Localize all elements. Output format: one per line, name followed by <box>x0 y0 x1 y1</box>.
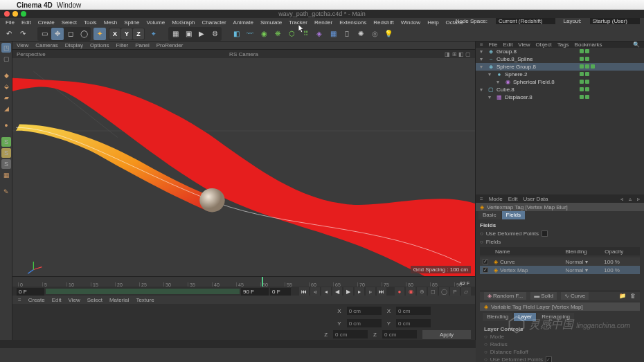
menu-help[interactable]: Help <box>427 19 438 26</box>
snap-3[interactable]: S <box>1 159 11 169</box>
field-list-row[interactable]: ✓ ◈Vertex Map Normal ▾ 100 % <box>480 266 640 274</box>
tree-item[interactable]: ▾▦Displacer.8 <box>476 93 644 101</box>
snap-2[interactable]: S <box>1 148 11 158</box>
am-mode[interactable]: Mode <box>489 196 503 202</box>
coord-x-size[interactable]: 0 cm <box>396 307 431 315</box>
menu-file[interactable]: File <box>6 19 15 26</box>
axis-z-toggle[interactable]: Z <box>133 28 144 39</box>
tree-item[interactable]: ▾●Sphere.2 <box>476 71 644 78</box>
object-tree[interactable]: ▾◈Group.8▾~Cube.8_Spline▾◈Sphere Group.8… <box>476 48 644 194</box>
mat-menu-select[interactable]: Select <box>87 297 102 303</box>
timeline-end-input[interactable]: 90 F <box>241 288 269 296</box>
coord-y-size[interactable]: 0 cm <box>396 319 431 327</box>
menu-volume[interactable]: Volume <box>146 19 165 26</box>
axis-x-toggle[interactable]: X <box>109 28 120 39</box>
menu-simulate[interactable]: Simulate <box>260 19 282 26</box>
render-view-button[interactable]: ▦ <box>169 28 181 40</box>
node-space-dropdown[interactable]: Current (Redshift) <box>496 18 555 24</box>
rotate-tool[interactable]: ◯ <box>78 28 90 40</box>
key-param-button[interactable]: P <box>450 287 460 296</box>
next-frame-button[interactable]: ▸ <box>355 287 364 296</box>
3d-viewport[interactable]: Grid Spacing : 100 cm <box>12 58 475 276</box>
workplane[interactable]: ▦ <box>1 170 11 180</box>
coord-system-toggle[interactable]: ⌖ <box>147 28 160 40</box>
last-tool[interactable]: ✦ <box>93 28 106 40</box>
mat-menu-create[interactable]: Create <box>28 297 45 303</box>
tab-basic[interactable]: Basic <box>478 211 501 219</box>
curve-layer-button[interactable]: ∿Curve <box>561 292 589 300</box>
delete-icon[interactable]: 🗑 <box>630 293 636 299</box>
tweak-mode[interactable]: ✎ <box>1 187 11 197</box>
cube-primitive[interactable]: ◧ <box>230 28 242 40</box>
om-search-icon[interactable]: 🔍 <box>633 42 640 48</box>
undo-button[interactable]: ↶ <box>3 28 15 40</box>
subtab-layer[interactable]: Layer <box>514 313 536 321</box>
coord-z-pos[interactable]: 0 cm <box>333 330 368 338</box>
viewport-camera[interactable]: RS Camera <box>229 51 258 57</box>
camera-primitive[interactable]: ⌷ <box>341 28 353 40</box>
menu-redshift[interactable]: Redshift <box>373 19 393 26</box>
render-queue-button[interactable]: ⚙ <box>208 28 221 40</box>
play-back-button[interactable]: ◀ <box>332 287 342 296</box>
mac-menu-window[interactable]: Window <box>57 1 82 9</box>
select-tool[interactable]: ▭ <box>38 28 51 40</box>
field-list-row[interactable]: ✓ ◈Curve Normal ▾ 100 % <box>480 257 640 266</box>
menu-spline[interactable]: Spline <box>124 19 139 26</box>
vp-menu-cameras[interactable]: Cameras <box>35 42 57 48</box>
next-key-button[interactable]: ▹ <box>366 287 375 296</box>
subtab-blending[interactable]: Blending <box>483 313 512 321</box>
menu-extensions[interactable]: Extensions <box>339 19 366 26</box>
spline-primitive[interactable]: 〰 <box>244 28 256 40</box>
viewport-icons[interactable]: ◨ ⊞ ◧ ▢ <box>445 51 471 57</box>
snap-toggle[interactable]: S <box>1 137 11 147</box>
om-edit[interactable]: Edit <box>503 42 513 48</box>
autokey-button[interactable]: ◉ <box>406 287 415 296</box>
object-mode[interactable]: ▢ <box>1 54 11 64</box>
mograph-primitive[interactable]: ⬡ <box>285 28 298 40</box>
field-primitive[interactable]: ⠿ <box>299 28 312 40</box>
prev-frame-button[interactable]: ◂ <box>321 287 331 296</box>
model-mode[interactable]: ◳ <box>1 43 11 53</box>
viewport-solo[interactable]: ● <box>1 120 11 130</box>
maximize-window-icon[interactable] <box>21 11 26 17</box>
tree-item[interactable]: ▾◈Sphere Group.8 <box>476 63 644 71</box>
vp-menu-view[interactable]: View <box>17 42 28 48</box>
solid-layer-button[interactable]: ▬Solid <box>530 292 557 300</box>
menu-mograph[interactable]: MoGraph <box>172 19 195 26</box>
menu-edit[interactable]: Edit <box>21 19 31 26</box>
key-pos-button[interactable]: ⊕ <box>417 287 427 296</box>
close-window-icon[interactable] <box>4 11 10 17</box>
environment-primitive[interactable]: ▦ <box>327 28 339 40</box>
vp-menu-prorender[interactable]: ProRender <box>156 42 184 48</box>
deformer-primitive[interactable]: ◈ <box>313 28 325 40</box>
random-field-button[interactable]: ◈Random F... <box>484 292 526 300</box>
am-userdata[interactable]: User Data <box>523 196 548 202</box>
lc-deformed-chk[interactable]: ✓ <box>546 356 552 362</box>
menu-tracker[interactable]: Tracker <box>289 19 307 26</box>
render-settings-button[interactable]: ▶ <box>195 28 208 40</box>
am-nav-back[interactable]: ◃ <box>620 196 623 202</box>
key-scale-button[interactable]: ◻ <box>428 287 438 296</box>
om-file[interactable]: File <box>489 42 498 48</box>
light-2[interactable]: 💡 <box>382 28 395 40</box>
tab-fields[interactable]: Fields <box>502 211 525 219</box>
layout-dropdown[interactable]: Startup (User) <box>590 18 640 24</box>
subtab-remapping[interactable]: Remapping <box>537 313 574 321</box>
tree-item[interactable]: ▾◉Spherical Field.8 <box>476 78 644 86</box>
scale-tool[interactable]: ◻ <box>64 28 77 40</box>
vp-menu-panel[interactable]: Panel <box>135 42 149 48</box>
record-button[interactable]: ● <box>395 287 404 296</box>
menu-select[interactable]: Select <box>62 19 77 26</box>
play-button[interactable]: ▶ <box>343 287 353 296</box>
menu-mesh[interactable]: Mesh <box>104 19 118 26</box>
goto-start-button[interactable]: ⏮ <box>299 287 309 296</box>
playhead[interactable] <box>262 277 263 287</box>
timeline-ruler[interactable]: 05101520253035404550556065707580859082 F <box>12 277 475 287</box>
light-primitive[interactable]: ✺ <box>355 28 367 40</box>
coord-x-pos[interactable]: 0 cm <box>347 307 382 315</box>
am-nav-fwd[interactable]: ▹ <box>637 196 640 202</box>
texture-mode[interactable]: ◆ <box>1 71 11 80</box>
coord-z-size[interactable]: 0 cm <box>382 330 417 338</box>
generator-primitive[interactable]: ◉ <box>258 28 270 40</box>
coord-y-pos[interactable]: 0 cm <box>347 319 382 327</box>
